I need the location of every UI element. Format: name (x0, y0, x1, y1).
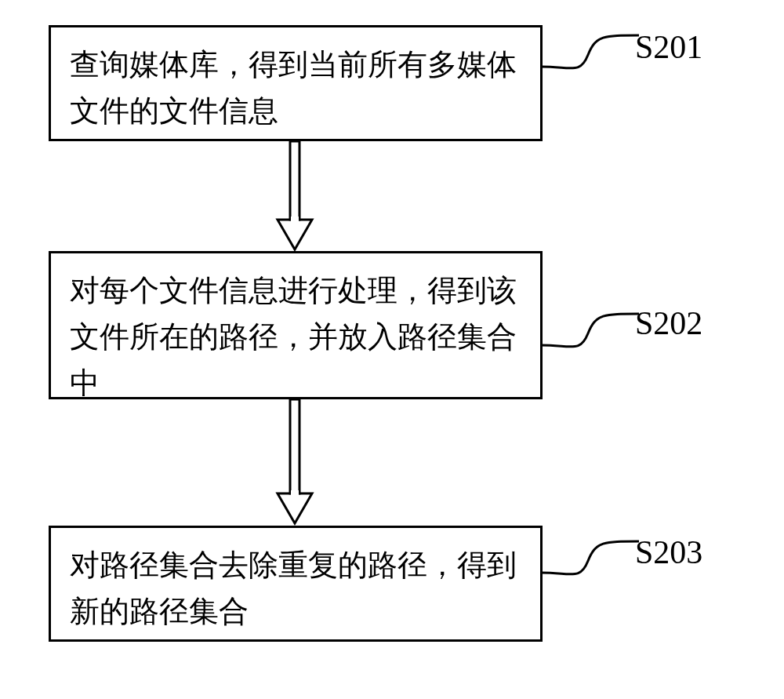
arrow-1 (271, 141, 318, 251)
svg-rect-1 (291, 217, 299, 223)
connector-curve-2 (541, 302, 643, 361)
svg-rect-2 (290, 399, 299, 493)
arrow-2 (271, 399, 318, 526)
flowchart-step-2: 对每个文件信息进行处理，得到该文件所在的路径，并放入路径集合中 (49, 251, 543, 399)
flowchart-step-3: 对路径集合去除重复的路径，得到新的路径集合 (49, 526, 543, 642)
step-3-label: S203 (635, 533, 702, 571)
flowchart-diagram: 查询媒体库，得到当前所有多媒体文件的文件信息 S201 对每个文件信息进行处理，… (0, 0, 784, 699)
step-1-label: S201 (635, 28, 702, 66)
connector-curve-1 (541, 24, 643, 82)
connector-curve-3 (541, 530, 643, 588)
flowchart-step-1: 查询媒体库，得到当前所有多媒体文件的文件信息 (49, 25, 543, 141)
step-1-text: 查询媒体库，得到当前所有多媒体文件的文件信息 (70, 48, 517, 127)
svg-rect-0 (290, 141, 299, 220)
step-2-label: S202 (635, 304, 702, 342)
step-3-text: 对路径集合去除重复的路径，得到新的路径集合 (70, 548, 517, 628)
step-2-text: 对每个文件信息进行处理，得到该文件所在的路径，并放入路径集合中 (70, 274, 517, 399)
svg-rect-3 (291, 490, 299, 497)
